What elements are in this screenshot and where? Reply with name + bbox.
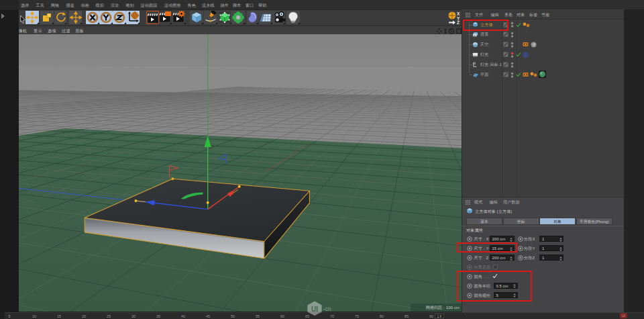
svg-text:Z: Z (457, 20, 460, 25)
svg-text:UI: UI (311, 306, 318, 313)
svg-text:-cn: -cn (323, 306, 331, 312)
svg-text:网格间距 : 100 cm: 网格间距 : 100 cm (426, 305, 460, 310)
